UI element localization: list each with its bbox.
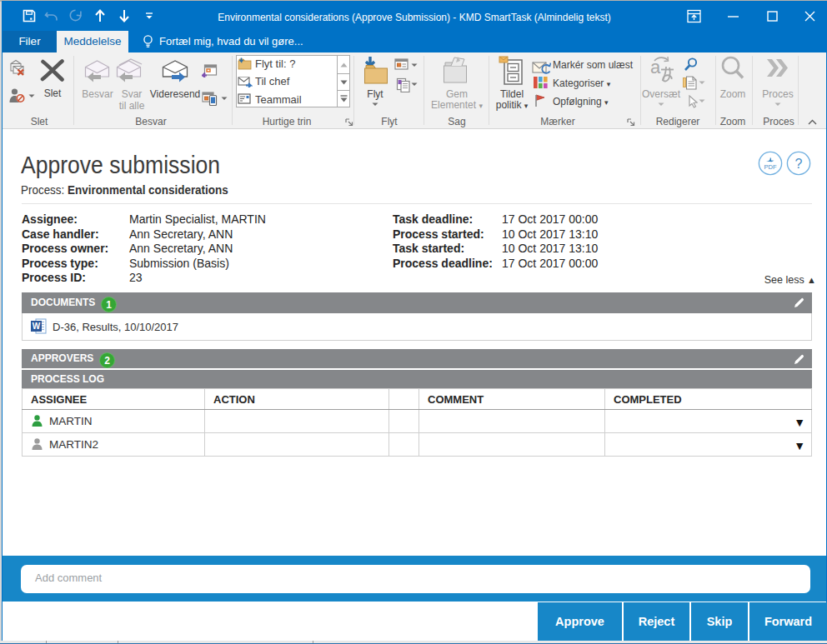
svg-text:W: W: [33, 322, 41, 331]
svg-text:?: ?: [795, 157, 803, 171]
svg-text:PDF: PDF: [764, 163, 777, 171]
